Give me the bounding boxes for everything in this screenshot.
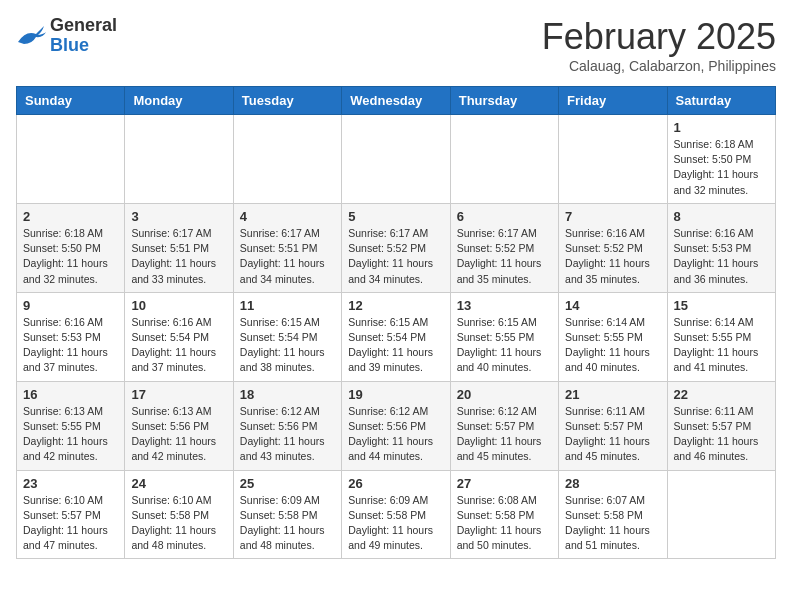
calendar-week-1: 1Sunrise: 6:18 AM Sunset: 5:50 PM Daylig…: [17, 115, 776, 204]
day-number: 11: [240, 298, 335, 313]
day-number: 10: [131, 298, 226, 313]
calendar-cell: 4Sunrise: 6:17 AM Sunset: 5:51 PM Daylig…: [233, 203, 341, 292]
calendar-cell: 23Sunrise: 6:10 AM Sunset: 5:57 PM Dayli…: [17, 470, 125, 559]
weekday-header-monday: Monday: [125, 87, 233, 115]
day-info: Sunrise: 6:11 AM Sunset: 5:57 PM Dayligh…: [674, 404, 769, 465]
day-number: 20: [457, 387, 552, 402]
weekday-header-friday: Friday: [559, 87, 667, 115]
day-info: Sunrise: 6:08 AM Sunset: 5:58 PM Dayligh…: [457, 493, 552, 554]
calendar-cell: 26Sunrise: 6:09 AM Sunset: 5:58 PM Dayli…: [342, 470, 450, 559]
calendar-cell: 25Sunrise: 6:09 AM Sunset: 5:58 PM Dayli…: [233, 470, 341, 559]
day-info: Sunrise: 6:16 AM Sunset: 5:53 PM Dayligh…: [23, 315, 118, 376]
calendar-week-4: 16Sunrise: 6:13 AM Sunset: 5:55 PM Dayli…: [17, 381, 776, 470]
day-info: Sunrise: 6:17 AM Sunset: 5:51 PM Dayligh…: [131, 226, 226, 287]
day-number: 7: [565, 209, 660, 224]
day-number: 5: [348, 209, 443, 224]
day-number: 2: [23, 209, 118, 224]
day-number: 25: [240, 476, 335, 491]
weekday-header-saturday: Saturday: [667, 87, 775, 115]
calendar-cell: 13Sunrise: 6:15 AM Sunset: 5:55 PM Dayli…: [450, 292, 558, 381]
day-info: Sunrise: 6:12 AM Sunset: 5:57 PM Dayligh…: [457, 404, 552, 465]
weekday-header-thursday: Thursday: [450, 87, 558, 115]
calendar-cell: 12Sunrise: 6:15 AM Sunset: 5:54 PM Dayli…: [342, 292, 450, 381]
day-number: 4: [240, 209, 335, 224]
day-info: Sunrise: 6:11 AM Sunset: 5:57 PM Dayligh…: [565, 404, 660, 465]
calendar-week-5: 23Sunrise: 6:10 AM Sunset: 5:57 PM Dayli…: [17, 470, 776, 559]
day-number: 3: [131, 209, 226, 224]
calendar-cell: [17, 115, 125, 204]
day-info: Sunrise: 6:15 AM Sunset: 5:54 PM Dayligh…: [348, 315, 443, 376]
logo-text-general: General: [50, 16, 117, 36]
day-info: Sunrise: 6:14 AM Sunset: 5:55 PM Dayligh…: [674, 315, 769, 376]
day-info: Sunrise: 6:17 AM Sunset: 5:51 PM Dayligh…: [240, 226, 335, 287]
day-number: 9: [23, 298, 118, 313]
day-info: Sunrise: 6:16 AM Sunset: 5:54 PM Dayligh…: [131, 315, 226, 376]
day-info: Sunrise: 6:18 AM Sunset: 5:50 PM Dayligh…: [23, 226, 118, 287]
day-number: 8: [674, 209, 769, 224]
day-info: Sunrise: 6:15 AM Sunset: 5:55 PM Dayligh…: [457, 315, 552, 376]
day-number: 15: [674, 298, 769, 313]
day-number: 23: [23, 476, 118, 491]
weekday-header-wednesday: Wednesday: [342, 87, 450, 115]
logo-icon: [16, 24, 46, 48]
calendar-cell: [559, 115, 667, 204]
calendar-table: SundayMondayTuesdayWednesdayThursdayFrid…: [16, 86, 776, 559]
calendar-cell: 16Sunrise: 6:13 AM Sunset: 5:55 PM Dayli…: [17, 381, 125, 470]
day-info: Sunrise: 6:17 AM Sunset: 5:52 PM Dayligh…: [348, 226, 443, 287]
day-info: Sunrise: 6:16 AM Sunset: 5:52 PM Dayligh…: [565, 226, 660, 287]
calendar-cell: 27Sunrise: 6:08 AM Sunset: 5:58 PM Dayli…: [450, 470, 558, 559]
day-number: 14: [565, 298, 660, 313]
calendar-cell: 22Sunrise: 6:11 AM Sunset: 5:57 PM Dayli…: [667, 381, 775, 470]
calendar-cell: 28Sunrise: 6:07 AM Sunset: 5:58 PM Dayli…: [559, 470, 667, 559]
day-info: Sunrise: 6:10 AM Sunset: 5:58 PM Dayligh…: [131, 493, 226, 554]
calendar-cell: 6Sunrise: 6:17 AM Sunset: 5:52 PM Daylig…: [450, 203, 558, 292]
day-info: Sunrise: 6:18 AM Sunset: 5:50 PM Dayligh…: [674, 137, 769, 198]
calendar-week-3: 9Sunrise: 6:16 AM Sunset: 5:53 PM Daylig…: [17, 292, 776, 381]
day-info: Sunrise: 6:14 AM Sunset: 5:55 PM Dayligh…: [565, 315, 660, 376]
day-info: Sunrise: 6:12 AM Sunset: 5:56 PM Dayligh…: [240, 404, 335, 465]
location-subtitle: Calauag, Calabarzon, Philippines: [542, 58, 776, 74]
calendar-cell: 8Sunrise: 6:16 AM Sunset: 5:53 PM Daylig…: [667, 203, 775, 292]
day-info: Sunrise: 6:16 AM Sunset: 5:53 PM Dayligh…: [674, 226, 769, 287]
logo-text-blue: Blue: [50, 36, 117, 56]
calendar-cell: 10Sunrise: 6:16 AM Sunset: 5:54 PM Dayli…: [125, 292, 233, 381]
calendar-cell: 20Sunrise: 6:12 AM Sunset: 5:57 PM Dayli…: [450, 381, 558, 470]
calendar-cell: [342, 115, 450, 204]
calendar-cell: [667, 470, 775, 559]
calendar-cell: [233, 115, 341, 204]
calendar-cell: 17Sunrise: 6:13 AM Sunset: 5:56 PM Dayli…: [125, 381, 233, 470]
day-number: 24: [131, 476, 226, 491]
day-number: 27: [457, 476, 552, 491]
calendar-cell: 5Sunrise: 6:17 AM Sunset: 5:52 PM Daylig…: [342, 203, 450, 292]
calendar-cell: 15Sunrise: 6:14 AM Sunset: 5:55 PM Dayli…: [667, 292, 775, 381]
day-number: 28: [565, 476, 660, 491]
day-info: Sunrise: 6:17 AM Sunset: 5:52 PM Dayligh…: [457, 226, 552, 287]
calendar-cell: 19Sunrise: 6:12 AM Sunset: 5:56 PM Dayli…: [342, 381, 450, 470]
day-info: Sunrise: 6:13 AM Sunset: 5:55 PM Dayligh…: [23, 404, 118, 465]
title-block: February 2025 Calauag, Calabarzon, Phili…: [542, 16, 776, 74]
day-number: 1: [674, 120, 769, 135]
day-info: Sunrise: 6:15 AM Sunset: 5:54 PM Dayligh…: [240, 315, 335, 376]
weekday-header-sunday: Sunday: [17, 87, 125, 115]
day-info: Sunrise: 6:12 AM Sunset: 5:56 PM Dayligh…: [348, 404, 443, 465]
day-number: 22: [674, 387, 769, 402]
calendar-header-row: SundayMondayTuesdayWednesdayThursdayFrid…: [17, 87, 776, 115]
day-number: 18: [240, 387, 335, 402]
calendar-cell: 9Sunrise: 6:16 AM Sunset: 5:53 PM Daylig…: [17, 292, 125, 381]
day-info: Sunrise: 6:09 AM Sunset: 5:58 PM Dayligh…: [348, 493, 443, 554]
day-number: 16: [23, 387, 118, 402]
weekday-header-tuesday: Tuesday: [233, 87, 341, 115]
calendar-cell: 21Sunrise: 6:11 AM Sunset: 5:57 PM Dayli…: [559, 381, 667, 470]
calendar-cell: 2Sunrise: 6:18 AM Sunset: 5:50 PM Daylig…: [17, 203, 125, 292]
day-number: 17: [131, 387, 226, 402]
calendar-cell: 18Sunrise: 6:12 AM Sunset: 5:56 PM Dayli…: [233, 381, 341, 470]
day-number: 19: [348, 387, 443, 402]
calendar-cell: 14Sunrise: 6:14 AM Sunset: 5:55 PM Dayli…: [559, 292, 667, 381]
calendar-cell: 11Sunrise: 6:15 AM Sunset: 5:54 PM Dayli…: [233, 292, 341, 381]
logo: General Blue: [16, 16, 117, 56]
page-header: General Blue February 2025 Calauag, Cala…: [16, 16, 776, 74]
day-info: Sunrise: 6:13 AM Sunset: 5:56 PM Dayligh…: [131, 404, 226, 465]
day-number: 21: [565, 387, 660, 402]
calendar-cell: [125, 115, 233, 204]
day-number: 26: [348, 476, 443, 491]
